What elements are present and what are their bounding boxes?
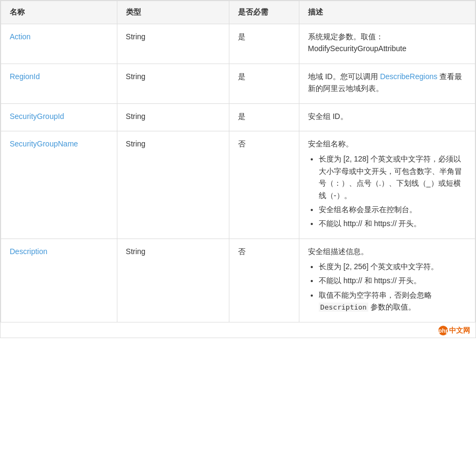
desc-text: 安全组描述信息。 bbox=[308, 245, 466, 257]
param-name-cell: Description bbox=[1, 238, 117, 322]
param-required-cell: 是 bbox=[229, 64, 299, 103]
list-item: 取值不能为空字符串，否则会忽略 Description 参数的取值。 bbox=[319, 289, 466, 313]
param-required-cell: 是 bbox=[229, 103, 299, 131]
param-name-cell: Action bbox=[1, 24, 117, 64]
param-desc-cell: 系统规定参数。取值：ModifySecurityGroupAttribute bbox=[299, 24, 475, 64]
desc-text: 安全组 ID。 bbox=[308, 110, 466, 122]
param-type-cell: String bbox=[117, 24, 229, 64]
header-name: 名称 bbox=[1, 1, 117, 24]
param-desc-cell: 地域 ID。您可以调用 DescribeRegions 查看最新的阿里云地域列表… bbox=[299, 64, 475, 103]
list-item: 安全组名称会显示在控制台。 bbox=[319, 204, 466, 215]
table-row: ActionString是系统规定参数。取值：ModifySecurityGro… bbox=[1, 24, 475, 64]
table-header-row: 名称 类型 是否必需 描述 bbox=[1, 1, 475, 24]
param-required-cell: 否 bbox=[229, 131, 299, 238]
header-desc: 描述 bbox=[299, 1, 475, 24]
list-item: 长度为 [2, 256] 个英文或中文字符。 bbox=[319, 261, 466, 272]
param-name-link[interactable]: RegionId bbox=[10, 72, 40, 81]
table-row: DescriptionString否安全组描述信息。长度为 [2, 256] 个… bbox=[1, 238, 475, 322]
desc-text: 系统规定参数。取值：ModifySecurityGroupAttribute bbox=[308, 31, 466, 55]
code-snippet: Description bbox=[319, 303, 368, 312]
param-type-cell: String bbox=[117, 64, 229, 103]
param-required-cell: 是 bbox=[229, 24, 299, 64]
describe-regions-link[interactable]: DescribeRegions bbox=[380, 72, 438, 81]
param-name-cell: SecurityGroupId bbox=[1, 103, 117, 131]
desc-list: 长度为 [2, 256] 个英文或中文字符。不能以 http:// 和 http… bbox=[308, 261, 466, 313]
param-name-link[interactable]: Description bbox=[10, 247, 47, 256]
header-required: 是否必需 bbox=[229, 1, 299, 24]
php-icon: php bbox=[438, 326, 448, 335]
param-type-cell: String bbox=[117, 131, 229, 238]
param-type-cell: String bbox=[117, 103, 229, 131]
table-row: RegionIdString是地域 ID。您可以调用 DescribeRegio… bbox=[1, 64, 475, 103]
site-label: 中文网 bbox=[449, 326, 470, 335]
footer-logo: php 中文网 bbox=[1, 322, 475, 338]
table-row: SecurityGroupNameString否安全组名称。长度为 [2, 12… bbox=[1, 131, 475, 238]
desc-list: 长度为 [2, 128] 个英文或中文字符，必须以大小字母或中文开头，可包含数字… bbox=[308, 153, 466, 229]
param-name-link[interactable]: SecurityGroupName bbox=[10, 139, 78, 148]
param-name-cell: SecurityGroupName bbox=[1, 131, 117, 238]
api-params-table: 名称 类型 是否必需 描述 ActionString是系统规定参数。取值：Mod… bbox=[0, 0, 476, 338]
param-desc-cell: 安全组名称。长度为 [2, 128] 个英文或中文字符，必须以大小字母或中文开头… bbox=[299, 131, 475, 238]
list-item: 不能以 http:// 和 https:// 开头。 bbox=[319, 218, 466, 229]
table-row: SecurityGroupIdString是安全组 ID。 bbox=[1, 103, 475, 131]
param-name-cell: RegionId bbox=[1, 64, 117, 103]
param-desc-cell: 安全组描述信息。长度为 [2, 256] 个英文或中文字符。不能以 http:/… bbox=[299, 238, 475, 322]
list-item: 不能以 http:// 和 https:// 开头。 bbox=[319, 275, 466, 286]
param-name-link[interactable]: Action bbox=[10, 32, 31, 41]
param-desc-cell: 安全组 ID。 bbox=[299, 103, 475, 131]
desc-text: 安全组名称。 bbox=[308, 138, 466, 150]
param-name-link[interactable]: SecurityGroupId bbox=[10, 112, 64, 121]
header-type: 类型 bbox=[117, 1, 229, 24]
desc-text: 地域 ID。您可以调用 DescribeRegions 查看最新的阿里云地域列表… bbox=[308, 71, 466, 95]
param-required-cell: 否 bbox=[229, 238, 299, 322]
list-item: 长度为 [2, 128] 个英文或中文字符，必须以大小字母或中文开头，可包含数字… bbox=[319, 153, 466, 201]
param-type-cell: String bbox=[117, 238, 229, 322]
